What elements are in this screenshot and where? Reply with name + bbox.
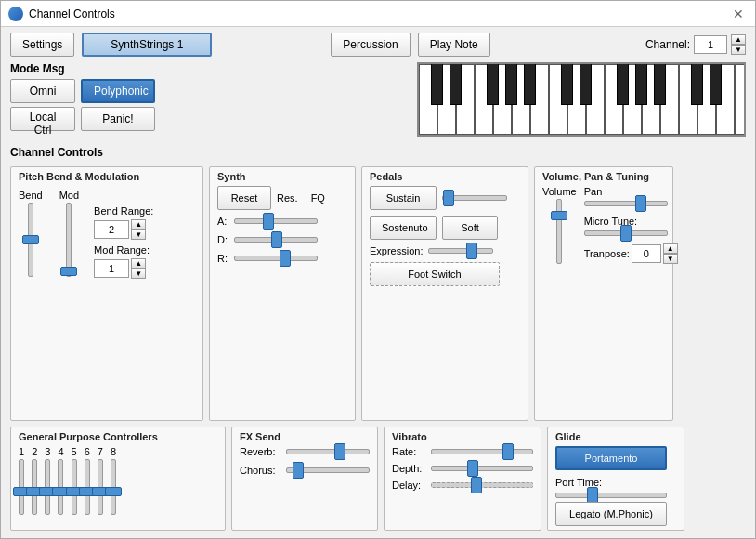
gpc-section: General Purpose Controllers 1 2 3 — [10, 427, 226, 531]
sustain-button[interactable]: Sustain — [370, 186, 437, 210]
omni-button[interactable]: Omni — [10, 79, 75, 103]
mode-msg-section: Mode Msg Omni Polyphonic Local Ctrl Pani… — [10, 62, 205, 131]
depth-slider[interactable] — [431, 466, 533, 471]
black-key[interactable] — [654, 64, 666, 105]
synth-a-slider[interactable] — [234, 218, 318, 224]
channel-control: Channel: ▲ ▼ — [645, 34, 746, 55]
sostenuto-button[interactable]: Sostenuto — [370, 216, 437, 240]
gpc-slider-6[interactable] — [85, 459, 90, 515]
pedals-section: Pedals Sustain Sostenuto Soft Expression… — [361, 166, 528, 421]
gpc-2: 2 — [32, 446, 37, 515]
gpc-sliders: 1 2 3 4 5 — [19, 446, 217, 515]
polyphonic-button[interactable]: Polyphonic — [81, 79, 155, 103]
mod-slider-wrap: Mod — [59, 190, 79, 277]
soft-button[interactable]: Soft — [442, 216, 498, 240]
reverb-slider[interactable] — [286, 449, 370, 454]
preset-button[interactable]: SynthStrings 1 — [82, 33, 212, 57]
a-label: A: — [217, 216, 230, 227]
bend-range-input[interactable] — [94, 220, 129, 239]
gpc-slider-5[interactable] — [72, 459, 77, 515]
black-key[interactable] — [617, 64, 629, 105]
percussion-button[interactable]: Percussion — [331, 33, 410, 57]
r-label: R: — [217, 253, 230, 264]
pan-slider[interactable] — [584, 201, 668, 206]
bend-range-row: Bend Range: ▲ ▼ — [94, 204, 153, 240]
panic-button[interactable]: Panic! — [81, 107, 155, 131]
volume-slider-wrap: Volume — [542, 186, 577, 264]
expression-slider[interactable] — [428, 248, 493, 254]
play-note-button[interactable]: Play Note — [418, 33, 490, 57]
gpc-label-3: 3 — [45, 446, 50, 457]
gpc-slider-8[interactable] — [111, 459, 116, 515]
settings-button[interactable]: Settings — [10, 33, 74, 57]
pitch-bend-section: Pitch Bend & Modulation Bend Mod — [10, 166, 203, 421]
white-key[interactable] — [735, 64, 746, 135]
rate-label: Rate: — [392, 446, 427, 457]
foot-switch-button[interactable]: Foot Switch — [370, 262, 500, 286]
black-key[interactable] — [710, 64, 722, 105]
gpc-label-7: 7 — [98, 446, 103, 457]
black-key[interactable] — [691, 64, 703, 105]
black-key[interactable] — [580, 64, 592, 105]
gpc-slider-1[interactable] — [19, 459, 24, 515]
synth-reset-button[interactable]: Reset — [217, 186, 271, 210]
title-bar: Channel Controls ✕ — [1, 1, 755, 27]
gpc-label-1: 1 — [19, 446, 24, 457]
piano-keyboard[interactable]: // We'll build piano via JS after page l… — [417, 62, 746, 137]
bend-label: Bend — [19, 190, 43, 201]
synth-section: Synth Reset Res. FQ A: D: — [209, 166, 356, 421]
mod-range-label: Mod Range: — [94, 244, 150, 256]
gpc-title: General Purpose Controllers — [19, 431, 217, 442]
sustain-slider[interactable] — [442, 195, 507, 201]
gpc-7: 7 — [98, 446, 103, 515]
volume-label: Volume — [542, 186, 577, 197]
rate-slider[interactable] — [431, 449, 533, 454]
gpc-slider-7[interactable] — [98, 459, 103, 515]
mod-range-up[interactable]: ▲ — [131, 258, 146, 269]
gpc-label-6: 6 — [85, 446, 90, 457]
bend-range-up[interactable]: ▲ — [131, 219, 146, 230]
gpc-label-5: 5 — [72, 446, 77, 457]
transpose-input[interactable] — [632, 244, 661, 263]
black-key[interactable] — [431, 64, 443, 105]
local-ctrl-button[interactable]: Local Ctrl — [10, 107, 75, 131]
gpc-slider-4[interactable] — [58, 459, 63, 515]
gpc-slider-3[interactable] — [45, 459, 50, 515]
mod-range-input[interactable] — [94, 259, 129, 278]
black-key[interactable] — [505, 64, 517, 105]
black-key[interactable] — [561, 64, 573, 105]
transpose-up[interactable]: ▲ — [663, 243, 678, 254]
black-key[interactable] — [450, 64, 462, 105]
synth-d-slider[interactable] — [234, 237, 318, 243]
channel-label: Channel: — [645, 38, 690, 51]
transpose-down[interactable]: ▼ — [663, 254, 678, 264]
legato-button[interactable]: Legato (M.Phonic) — [555, 502, 667, 526]
channel-up-button[interactable]: ▲ — [731, 34, 746, 45]
portamento-button[interactable]: Portamento — [555, 446, 667, 470]
gpc-slider-2[interactable] — [32, 459, 37, 515]
channel-input[interactable] — [694, 35, 727, 54]
volume-pan-section: Volume, Pan & Tuning Volume Pan Micro Tu… — [534, 166, 673, 421]
title-bar-left: Channel Controls — [8, 7, 115, 21]
bend-slider[interactable] — [28, 203, 33, 277]
volume-slider[interactable] — [556, 199, 562, 264]
bend-range-down[interactable]: ▼ — [131, 230, 146, 240]
delay-slider[interactable] — [431, 482, 533, 488]
mod-range-down[interactable]: ▼ — [131, 269, 146, 279]
close-button[interactable]: ✕ — [729, 7, 748, 21]
black-key[interactable] — [635, 64, 647, 105]
expression-label: Expression: — [370, 245, 423, 256]
black-key[interactable] — [524, 64, 536, 105]
channel-down-button[interactable]: ▼ — [731, 45, 746, 55]
mod-slider[interactable] — [66, 203, 72, 277]
port-time-slider[interactable] — [555, 493, 667, 498]
reverb-label: Reverb: — [240, 446, 282, 457]
synth-r-slider[interactable] — [234, 256, 318, 261]
app-icon — [8, 7, 23, 21]
micro-tune-slider[interactable] — [584, 230, 668, 236]
bend-slider-wrap: Bend — [19, 190, 43, 277]
depth-label: Depth: — [392, 463, 427, 474]
synth-title: Synth — [217, 171, 347, 182]
chorus-slider[interactable] — [286, 467, 370, 473]
black-key[interactable] — [487, 64, 499, 105]
